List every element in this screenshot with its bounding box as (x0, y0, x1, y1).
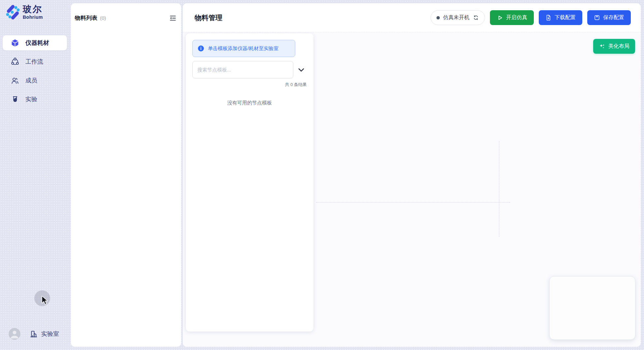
sidebar-item-workflow[interactable]: 工作流 (3, 54, 67, 69)
sim-status-label: 仿真未开机 (443, 14, 469, 21)
sidebar-nav: 仪器耗材 工作流 (3, 35, 67, 110)
status-dot-icon (436, 16, 440, 19)
sparkles-icon (599, 43, 605, 50)
main-panel: 物料管理 仿真未开机 开启仿真 (183, 3, 641, 347)
template-search-input[interactable] (192, 61, 293, 78)
workflow-icon (11, 57, 19, 66)
search-row (192, 61, 307, 78)
sidebar-item-label: 仪器耗材 (25, 39, 49, 47)
download-config-button[interactable]: 下载配置 (539, 10, 582, 25)
brand-name-cn: 玻尔 (23, 5, 43, 15)
materials-count: (0) (100, 15, 106, 21)
start-simulation-button[interactable]: 开启仿真 (490, 10, 534, 25)
menu-fold-icon[interactable] (169, 15, 177, 22)
chevron-down-icon[interactable] (297, 66, 306, 74)
hint-banner-text: 单击模板添加仪器/耗材至实验室 (208, 45, 278, 52)
brand: 玻尔 Bohrium (6, 5, 43, 20)
empty-state-text: 没有可用的节点模板 (192, 100, 307, 106)
avatar[interactable] (9, 328, 20, 340)
brand-name-en: Bohrium (23, 15, 43, 20)
hint-banner: 单击模板添加仪器/耗材至实验室 (192, 40, 295, 57)
sidebar-item-instruments[interactable]: 仪器耗材 (3, 35, 67, 50)
sidebar-item-label: 工作流 (25, 58, 43, 66)
beautify-layout-label: 美化布局 (608, 43, 629, 50)
save-icon (594, 15, 600, 21)
materials-title: 物料列表 (75, 14, 97, 22)
results-count: 共 0 条结果 (192, 82, 307, 88)
bohrium-logo-icon (6, 5, 20, 20)
header-actions: 仿真未开机 开启仿真 (431, 10, 631, 25)
file-download-icon (545, 15, 552, 21)
page-title: 物料管理 (195, 13, 222, 22)
sim-status-pill[interactable]: 仿真未开机 (431, 10, 485, 25)
canvas-guide-horizontal (316, 202, 510, 203)
building-icon (30, 330, 38, 338)
info-icon (198, 45, 204, 52)
mouse-cursor (41, 295, 49, 306)
cube-icon (11, 39, 19, 47)
lab-label: 实验室 (41, 330, 59, 338)
lab-selector[interactable]: 实验室 (30, 330, 59, 338)
materials-header: 物料列表 (0) (71, 3, 181, 22)
play-icon (497, 15, 503, 21)
save-config-label: 保存配置 (603, 14, 624, 21)
bohrium-app-window: 玻尔 Bohrium 仪器耗材 (0, 0, 644, 350)
sidebar-item-members[interactable]: 成员 (3, 73, 67, 88)
flow-canvas[interactable]: 单击模板添加仪器/耗材至实验室 共 0 条结果 没有可用的节点模板 (183, 32, 641, 346)
main-header: 物料管理 仿真未开机 开启仿真 (183, 3, 641, 32)
sidebar-item-label: 实验 (25, 95, 37, 103)
template-panel: 单击模板添加仪器/耗材至实验室 共 0 条结果 没有可用的节点模板 (186, 33, 313, 332)
minimap[interactable] (549, 276, 635, 340)
start-simulation-label: 开启仿真 (506, 14, 527, 21)
test-tube-icon (11, 95, 19, 103)
sidebar-item-label: 成员 (25, 76, 37, 84)
beautify-layout-button[interactable]: 美化布局 (593, 39, 635, 54)
sidebar-item-experiments[interactable]: 实验 (3, 92, 67, 107)
save-config-button[interactable]: 保存配置 (587, 10, 631, 25)
sidebar-footer: 实验室 (0, 327, 70, 350)
members-icon (11, 76, 19, 85)
materials-panel: 物料列表 (0) (71, 3, 181, 347)
canvas-guide-vertical (499, 141, 499, 237)
refresh-icon[interactable] (473, 15, 479, 21)
download-config-label: 下载配置 (555, 14, 576, 21)
